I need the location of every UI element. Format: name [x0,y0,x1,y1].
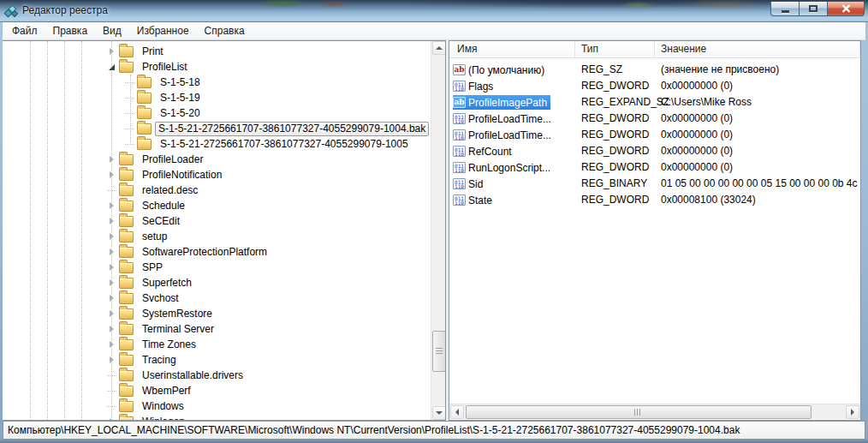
folder-icon [119,62,134,73]
folder-icon [119,324,134,335]
value-row-ProfileLoadTime...[interactable]: ProfileLoadTime...REG_DWORD0x00000000 (0… [449,127,860,143]
tree-item-Userinstallable.drivers[interactable]: Userinstallable.drivers [3,368,431,383]
scroll-down-button[interactable] [432,406,446,420]
tree-item-related.desc[interactable]: related.desc [3,183,431,198]
expand-icon[interactable] [107,294,116,303]
registry-editor-window: Редактор реестра ФайлПравкаВидИзбранноеС… [0,0,868,443]
tree-item-ProfileLoader[interactable]: ProfileLoader [3,152,431,167]
scroll-left-button[interactable] [450,405,464,419]
expand-icon[interactable] [107,417,116,421]
tree-item-label: ProfileLoader [139,153,206,167]
tree-item-Print[interactable]: Print [3,44,431,59]
menu-item-Вид[interactable]: Вид [95,23,129,39]
expand-icon[interactable] [107,340,116,350]
tree-item-Windows[interactable]: Windows [3,398,431,414]
menu-item-Справка[interactable]: Справка [197,23,253,39]
scroll-up-button[interactable] [432,41,446,55]
tree-scrollbar-thumb[interactable] [432,331,446,372]
value-data-cell: 01 05 00 00 00 00 00 05 15 00 00 00 0b 4… [661,176,860,192]
expand-icon[interactable] [107,155,116,165]
value-name-inner: RefCount [453,144,515,159]
value-name-label: ProfileImagePath [468,97,547,109]
tree-item-label: S-1-5-21-2725661707-3861077327-405529907… [155,122,429,136]
tree-item-S-1-5-21-2725661707-3861077327-4055299079-1005[interactable]: S-1-5-21-2725661707-3861077327-405529907… [3,136,431,152]
arrow-left-icon [455,409,459,416]
tree-item-Time Zones[interactable]: Time Zones [3,337,431,352]
reg-binary-icon [453,195,466,206]
value-name-label: RunLogonScript... [468,162,550,174]
value-row-(По умолчанию)[interactable]: (По умолчанию)REG_SZ(значение не присвое… [449,62,860,78]
scroll-right-button[interactable] [846,405,859,419]
registry-tree: PrintProfileListS-1-5-18S-1-5-19S-1-5-20… [3,41,431,420]
close-icon [841,4,851,13]
tree-item-Terminal Server[interactable]: Terminal Server [3,321,431,337]
expand-icon[interactable] [107,232,116,242]
tree-item-label: S-1-5-18 [157,75,204,90]
tree-item-SoftwareProtectionPlatform[interactable]: SoftwareProtectionPlatform [3,244,431,260]
reg-string-icon [453,64,466,75]
reg-binary-icon [453,178,466,189]
tree-item-setup[interactable]: setup [3,229,431,244]
tree-connector [107,386,116,396]
value-row-ProfileLoadTime...[interactable]: ProfileLoadTime...REG_DWORD0x00000000 (0… [449,111,860,127]
value-row-RunLogonScript...[interactable]: RunLogonScript...REG_DWORD0x00000000 (0) [449,159,860,176]
expand-icon[interactable] [107,201,116,211]
tree-connector [125,78,134,87]
column-header-type[interactable]: Тип [575,41,655,58]
value-type-cell: REG_EXPAND_SZ [581,94,657,111]
value-row-ProfileImagePath[interactable]: ProfileImagePathREG_EXPAND_SZC:\Users\Mi… [449,94,860,111]
tree-item-S-1-5-18[interactable]: S-1-5-18 [3,75,431,90]
expand-icon[interactable] [107,47,116,57]
value-name-cell: (По умолчанию) [449,62,575,78]
tree-item-ProfileNotification[interactable]: ProfileNotification [3,167,431,183]
tree-item-Superfetch[interactable]: Superfetch [3,275,431,290]
value-row-Sid[interactable]: SidREG_BINARY01 05 00 00 00 00 00 05 15 … [449,176,860,192]
list-horizontal-scrollbar[interactable] [449,404,860,419]
expand-icon[interactable] [107,309,116,319]
reg-binary-icon [453,146,466,157]
registry-values-panel: Имя Тип Значение (По умолчанию)REG_SZ(зн… [449,40,861,421]
reg-binary-icon [453,129,466,141]
menu-item-Избранное[interactable]: Избранное [129,23,197,39]
tree-item-SystemRestore[interactable]: SystemRestore [3,306,431,321]
menu-item-Файл[interactable]: Файл [4,23,45,39]
folder-icon [119,293,134,304]
tree-item-ProfileList[interactable]: ProfileList [3,59,431,75]
minimize-button[interactable] [770,2,799,16]
list-scrollbar-thumb[interactable] [466,405,812,419]
folder-icon [119,170,134,181]
value-name-inner: ProfileLoadTime... [453,128,555,142]
collapse-icon[interactable] [107,63,116,72]
tree-item-Winlogon[interactable]: Winlogon [3,414,431,420]
tree-vertical-scrollbar[interactable] [431,41,446,420]
value-row-Flags[interactable]: FlagsREG_DWORD0x00000000 (0) [449,78,860,94]
tree-item-label: SoftwareProtectionPlatform [139,245,271,260]
tree-item-S-1-5-20[interactable]: S-1-5-20 [3,105,431,121]
expand-icon[interactable] [107,217,116,226]
expand-icon[interactable] [107,248,116,257]
expand-icon[interactable] [107,263,116,272]
window-controls [770,2,865,16]
value-data-cell: 0x00000000 (0) [661,127,860,143]
expand-icon[interactable] [107,325,116,334]
menu-item-Правка[interactable]: Правка [45,23,96,39]
regedit-app-icon[interactable] [4,4,18,18]
tree-item-S-1-5-21-2725661707-3861077327-4055299079-1004.bak[interactable]: S-1-5-21-2725661707-3861077327-405529907… [3,121,431,136]
tree-item-Tracing[interactable]: Tracing [3,352,431,368]
maximize-button[interactable] [799,2,827,16]
tree-item-SPP[interactable]: SPP [3,260,431,275]
expand-icon[interactable] [107,278,116,288]
tree-item-SeCEdit[interactable]: SeCEdit [3,213,431,229]
tree-item-WbemPerf[interactable]: WbemPerf [3,383,431,398]
value-row-RefCount[interactable]: RefCountREG_DWORD0x00000000 (0) [449,143,860,159]
value-row-State[interactable]: StateREG_DWORD0x00008100 (33024) [449,192,860,208]
folder-icon [119,339,134,350]
close-button[interactable] [827,2,865,16]
column-header-value[interactable]: Значение [655,41,860,58]
tree-item-Svchost[interactable]: Svchost [3,290,431,306]
column-header-name[interactable]: Имя [449,41,575,58]
tree-item-Schedule[interactable]: Schedule [3,198,431,213]
expand-icon[interactable] [107,171,116,180]
expand-icon[interactable] [107,356,116,365]
tree-item-S-1-5-19[interactable]: S-1-5-19 [3,90,431,105]
